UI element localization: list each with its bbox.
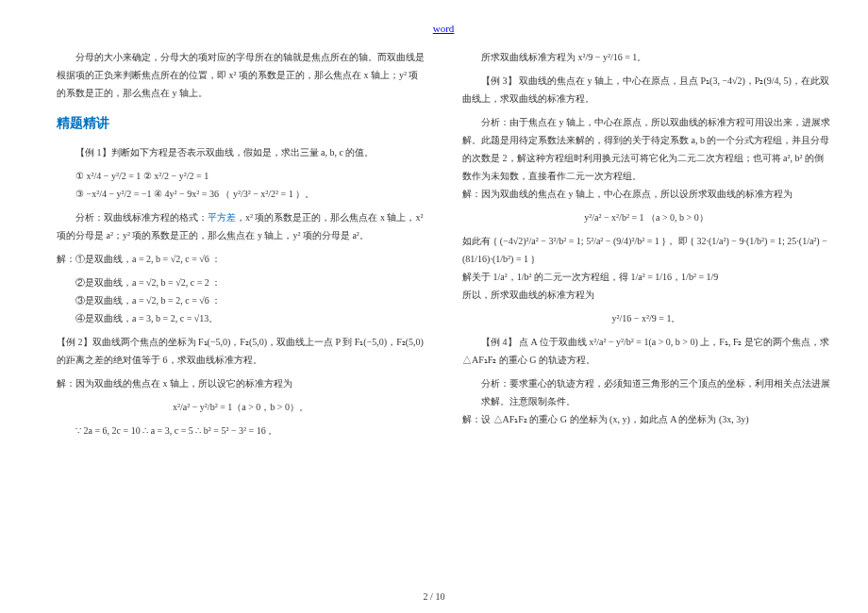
example-3-solution-line-3: 解关于 1/a²，1/b² 的二元一次方程组，得 1/a² = 1/16，1/b… xyxy=(462,268,830,286)
example-2-equation: x²/a² − y²/b² = 1（a > 0，b > 0）。 xyxy=(57,398,425,416)
continuation-text: 所求双曲线标准方程为 x²/9 − y²/16 = 1。 xyxy=(462,48,830,66)
example-1-analysis: 分析：双曲线标准方程的格式：平方差，x² 项的系数是正的，那么焦点在 x 轴上，… xyxy=(57,208,425,244)
example-1-solution-1: 解：①是双曲线，a = 2, b = √2, c = √6 ： xyxy=(57,250,425,268)
right-column: 所求双曲线标准方程为 x²/9 − y²/16 = 1。 【例 3】 双曲线的焦… xyxy=(462,48,830,440)
example-1-title: 【例 1】判断如下方程是否表示双曲线，假如是，求出三量 a, b, c 的值。 xyxy=(57,143,425,161)
highlight-text: 平方差 xyxy=(208,212,236,223)
example-3-solution-line-4: 所以，所求双曲线的标准方程为 xyxy=(462,286,830,304)
document-page: word 分母的大小来确定，分母大的项对应的字母所在的轴就是焦点所在的轴。而双曲… xyxy=(0,0,868,613)
example-4-title: 【例 4】 点 A 位于双曲线 x²/a² − y²/b² = 1(a > 0,… xyxy=(462,333,830,369)
example-2-title: 【例 2】双曲线两个焦点的坐标为 F₁(−5,0)，F₂(5,0)，双曲线上一点… xyxy=(57,333,425,369)
example-1-solution-2: ②是双曲线，a = √2, b = √2, c = 2 ： xyxy=(75,273,425,291)
example-3-solution-line-2: 如此有 { (−4√2)²/a² − 3²/b² = 1; 5²/a² − (9… xyxy=(462,232,830,268)
page-header: word xyxy=(57,19,830,39)
example-3-equation-1: y²/a² − x²/b² = 1 （a > 0, b > 0） xyxy=(462,208,830,226)
example-1-equation-2: ③ −x²/4 − y²/2 = −1 ④ 4y² − 9x² = 36 （ y… xyxy=(75,185,425,203)
example-3-title: 【例 3】 双曲线的焦点在 y 轴上，中心在原点，且点 P₁(3, −4√2)，… xyxy=(462,72,830,108)
example-3-equation-2: y²/16 − x²/9 = 1。 xyxy=(462,309,830,327)
example-4-analysis: 分析：要求重心的轨迹方程，必须知道三角形的三个顶点的坐标，利用相关点法进展求解。… xyxy=(481,374,830,410)
example-4-solution: 解：设 △AF₁F₂ 的重心 G 的坐标为 (x, y)，如此点 A 的坐标为 … xyxy=(462,410,830,428)
example-3-solution-line-1: 解：因为双曲线的焦点在 y 轴上，中心在原点，所以设所求双曲线的标准方程为 xyxy=(462,185,830,203)
example-2-line-1: 解：因为双曲线的焦点在 x 轴上，所以设它的标准方程为 xyxy=(57,374,425,392)
section-title: 精题精讲 xyxy=(57,111,425,137)
example-1-equation-1: ① x²/4 − y²/2 = 1 ② x²/2 − y²/2 = 1 xyxy=(75,167,425,185)
intro-paragraph: 分母的大小来确定，分母大的项对应的字母所在的轴就是焦点所在的轴。而双曲线是根据项… xyxy=(57,48,425,102)
example-1-solution-4: ④是双曲线，a = 3, b = 2, c = √13。 xyxy=(75,309,425,327)
example-2-line-2: ∵ 2a = 6, 2c = 10 ∴ a = 3, c = 5 ∴ b² = … xyxy=(75,422,425,439)
example-1-solution-3: ③是双曲线，a = √2, b = 2, c = √6 ： xyxy=(75,291,425,309)
two-column-layout: 分母的大小来确定，分母大的项对应的字母所在的轴就是焦点所在的轴。而双曲线是根据项… xyxy=(57,48,830,440)
page-footer: 2 / 10 xyxy=(0,588,868,605)
example-3-analysis: 分析：由于焦点在 y 轴上，中心在原点，所以双曲线的标准方程可用设出来，进展求解… xyxy=(462,113,830,185)
left-column: 分母的大小来确定，分母大的项对应的字母所在的轴就是焦点所在的轴。而双曲线是根据项… xyxy=(57,48,425,440)
